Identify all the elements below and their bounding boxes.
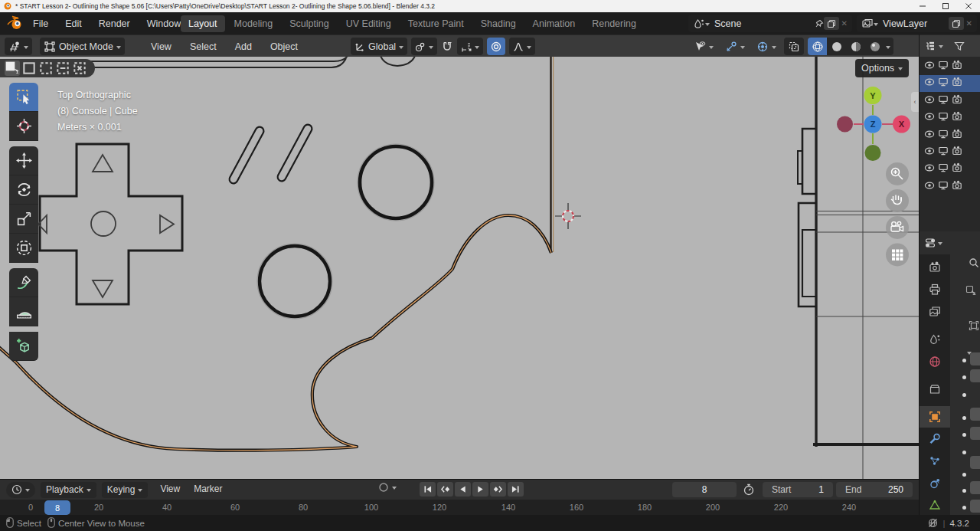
new-viewlayer-button[interactable] bbox=[949, 17, 964, 30]
previous-keyframe-button[interactable] bbox=[437, 482, 453, 497]
scene-name[interactable]: Scene bbox=[710, 18, 815, 29]
animate-property-dot[interactable] bbox=[962, 359, 966, 362]
orientation-dropdown[interactable]: Global bbox=[351, 38, 407, 55]
value-field-edge[interactable] bbox=[970, 481, 980, 494]
animate-property-dot[interactable] bbox=[962, 375, 966, 379]
next-keyframe-button[interactable] bbox=[490, 482, 506, 497]
eye-icon[interactable] bbox=[924, 129, 935, 143]
3d-viewport[interactable]: Y Z X bbox=[0, 57, 919, 479]
play-button[interactable] bbox=[472, 482, 488, 497]
outliner-row[interactable] bbox=[920, 75, 980, 92]
remove-viewlayer-button[interactable]: ✕ bbox=[966, 19, 972, 28]
tool-move-button[interactable] bbox=[9, 146, 38, 175]
axis-neg-y-ball[interactable] bbox=[865, 145, 881, 161]
select-mode-invert-button[interactable] bbox=[55, 61, 70, 76]
viewport-menu-add[interactable]: Add bbox=[228, 39, 259, 54]
play-reverse-button[interactable] bbox=[455, 482, 471, 497]
options-dropdown[interactable]: Options bbox=[855, 59, 909, 77]
unlink-scene-button[interactable]: ✕ bbox=[841, 19, 848, 28]
timeline-editor-selector[interactable] bbox=[6, 482, 35, 498]
pivot-point-dropdown[interactable] bbox=[411, 38, 437, 55]
properties-tab-view-layer[interactable] bbox=[920, 301, 950, 323]
stopwatch-icon[interactable] bbox=[743, 483, 755, 496]
value-field-edge[interactable] bbox=[970, 369, 980, 382]
animate-property-dot[interactable] bbox=[962, 506, 966, 510]
pan-button[interactable] bbox=[886, 189, 909, 212]
new-scene-button[interactable] bbox=[824, 17, 839, 30]
timeline-ruler[interactable]: 8 020406080100120140160180200220240 bbox=[0, 500, 919, 516]
pin-icon[interactable] bbox=[815, 19, 824, 28]
jump-to-end-button[interactable] bbox=[508, 482, 524, 497]
proportional-falloff-dropdown[interactable] bbox=[509, 38, 535, 55]
proportional-editing-toggle[interactable] bbox=[487, 38, 505, 55]
zoom-button[interactable] bbox=[886, 162, 909, 185]
snap-magnet-icon[interactable] bbox=[441, 41, 453, 53]
shading-material-button[interactable] bbox=[846, 38, 865, 55]
camera-icon[interactable] bbox=[952, 180, 962, 194]
filter-icon[interactable] bbox=[954, 41, 965, 51]
mode-dropdown[interactable]: Object Mode bbox=[40, 38, 125, 55]
camera-icon[interactable] bbox=[952, 162, 962, 176]
overlays-dropdown[interactable] bbox=[753, 38, 780, 55]
monitor-icon[interactable] bbox=[938, 60, 949, 74]
properties-tab-render[interactable] bbox=[920, 257, 950, 278]
shading-solid-button[interactable] bbox=[827, 38, 846, 55]
outliner-row[interactable] bbox=[920, 179, 980, 195]
monitor-icon[interactable] bbox=[938, 162, 949, 176]
outliner-row[interactable] bbox=[920, 161, 980, 178]
timeline-keying-dropdown[interactable]: Keying bbox=[102, 482, 149, 498]
frame-end-field[interactable]: End 250 bbox=[836, 482, 913, 497]
timeline-menu-marker[interactable]: Marker bbox=[187, 482, 229, 498]
outliner-row[interactable] bbox=[920, 127, 980, 144]
shading-wireframe-button[interactable] bbox=[808, 38, 827, 55]
tool-transform-button[interactable] bbox=[9, 234, 38, 263]
viewlayer-selector[interactable]: ViewLayer ✕ bbox=[857, 15, 977, 32]
outliner-row[interactable] bbox=[920, 110, 980, 126]
xray-toggle[interactable] bbox=[784, 38, 804, 55]
properties-tab-physics[interactable] bbox=[920, 473, 950, 494]
properties-tab-object-data[interactable] bbox=[920, 495, 950, 516]
animate-property-dot[interactable] bbox=[962, 416, 966, 420]
animate-property-dot[interactable] bbox=[962, 489, 966, 493]
tool-select-box-button[interactable] bbox=[9, 83, 38, 112]
select-mode-intersect-button[interactable] bbox=[72, 61, 87, 76]
value-field-edge[interactable] bbox=[970, 352, 980, 365]
tool-cursor-button[interactable] bbox=[9, 112, 38, 141]
tool-add-cube-button[interactable] bbox=[9, 332, 38, 361]
viewlayer-name[interactable]: ViewLayer bbox=[878, 18, 949, 29]
properties-tab-world[interactable] bbox=[920, 351, 950, 372]
selectability-dropdown[interactable] bbox=[690, 38, 717, 55]
close-button[interactable] bbox=[957, 0, 980, 12]
camera-icon[interactable] bbox=[952, 146, 962, 159]
workspace-tab-texture-paint[interactable]: Texture Paint bbox=[400, 15, 472, 32]
properties-tab-object[interactable] bbox=[920, 406, 950, 428]
monitor-icon[interactable] bbox=[938, 180, 949, 194]
auto-keying-toggle[interactable] bbox=[378, 482, 397, 493]
properties-tab-modifiers[interactable] bbox=[920, 428, 950, 450]
properties-tab-scene[interactable] bbox=[920, 329, 950, 350]
jump-to-start-button[interactable] bbox=[420, 482, 436, 497]
outliner-row[interactable] bbox=[920, 93, 980, 110]
monitor-icon[interactable] bbox=[938, 111, 949, 125]
axis-neg-x-ball[interactable] bbox=[837, 116, 853, 133]
tool-annotate-button[interactable] bbox=[9, 268, 38, 297]
eye-icon[interactable] bbox=[924, 77, 935, 90]
playhead[interactable]: 8 bbox=[44, 500, 70, 515]
menu-render[interactable]: Render bbox=[92, 16, 137, 31]
camera-icon[interactable] bbox=[952, 77, 962, 90]
properties-editor-icon[interactable] bbox=[925, 238, 936, 248]
monitor-icon[interactable] bbox=[938, 146, 949, 159]
monitor-icon[interactable] bbox=[938, 94, 949, 108]
value-field-edge[interactable] bbox=[970, 500, 980, 513]
timeline-playback-dropdown[interactable]: Playback bbox=[41, 482, 96, 498]
workspace-tab-sculpting[interactable]: Sculpting bbox=[282, 15, 336, 32]
value-field-edge[interactable] bbox=[970, 456, 980, 469]
properties-tab-output[interactable] bbox=[920, 279, 950, 300]
workspace-tab-shading[interactable]: Shading bbox=[473, 15, 524, 32]
scene-selector[interactable]: Scene ✕ bbox=[688, 15, 852, 32]
workspace-tab-animation[interactable]: Animation bbox=[525, 15, 583, 32]
viewport-menu-select[interactable]: Select bbox=[183, 39, 224, 54]
tool-scale-button[interactable] bbox=[9, 205, 38, 234]
eye-icon[interactable] bbox=[924, 94, 935, 108]
maximize-button[interactable] bbox=[934, 0, 957, 12]
